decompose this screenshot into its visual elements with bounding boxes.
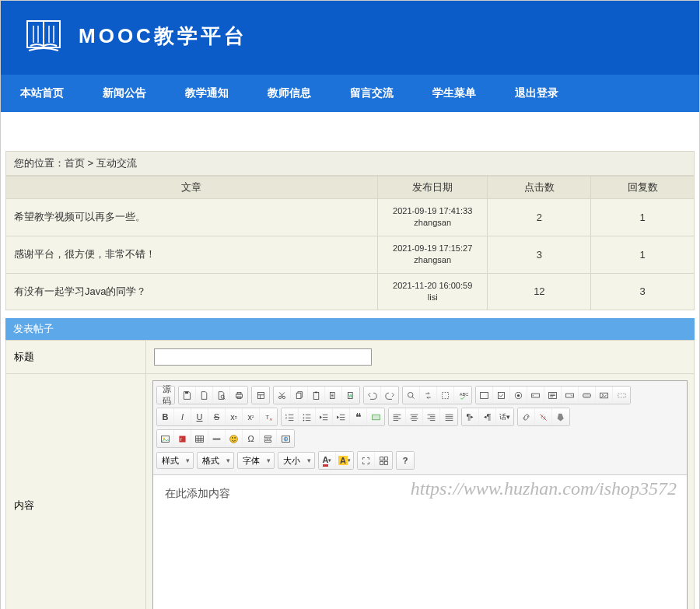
cut-icon[interactable] (274, 387, 291, 404)
svg-text:2: 2 (285, 416, 288, 420)
paste-word-icon[interactable]: W (342, 387, 359, 404)
form-icon[interactable] (476, 387, 493, 404)
smiley-icon[interactable] (226, 430, 243, 447)
subscript-icon[interactable]: x₂ (226, 408, 243, 425)
svg-rect-1 (160, 395, 161, 396)
checkbox-icon[interactable] (493, 387, 510, 404)
svg-text:ABC: ABC (459, 392, 467, 397)
breadcrumb: 您的位置：首页 > 互动交流 (5, 151, 695, 176)
table-row[interactable]: 希望教学视频可以再多一些。 2021-09-19 17:41:33zhangsa… (6, 199, 695, 236)
flash-icon[interactable]: f (174, 430, 191, 447)
italic-icon[interactable]: I (174, 408, 191, 425)
blockquote-icon[interactable]: ❝ (350, 408, 367, 425)
maximize-icon[interactable] (358, 452, 375, 469)
svg-rect-7 (257, 392, 264, 398)
table-row[interactable]: 感谢平台，很方便，非常不错！ 2021-09-19 17:15:27zhangs… (6, 236, 695, 273)
unlink-icon[interactable] (535, 408, 552, 425)
strike-icon[interactable]: S (208, 408, 226, 425)
svg-rect-29 (618, 394, 625, 397)
anchor-icon[interactable] (552, 408, 569, 425)
font-select[interactable]: 字体 (237, 452, 275, 469)
image-button-icon[interactable] (596, 387, 613, 404)
outdent-icon[interactable] (316, 408, 333, 425)
language-icon[interactable]: 话▾ (496, 408, 513, 425)
nav-teacher[interactable]: 教师信息 (248, 75, 331, 112)
hr-icon[interactable] (208, 430, 226, 447)
ltr-icon[interactable]: ¶▸ (462, 408, 479, 425)
source-button[interactable]: 源码 (157, 387, 174, 404)
nav-logout[interactable]: 退出登录 (495, 75, 578, 112)
svg-rect-25 (566, 394, 574, 397)
about-icon[interactable]: ? (397, 452, 414, 469)
editor-content[interactable]: 在此添加内容 (153, 475, 687, 609)
nav-news[interactable]: 新闻公告 (83, 75, 166, 112)
bullet-list-icon[interactable] (299, 408, 316, 425)
save-icon[interactable] (179, 387, 196, 404)
new-page-icon[interactable] (196, 387, 213, 404)
post-clicks: 12 (488, 273, 591, 310)
nav-notice[interactable]: 教学通知 (166, 75, 248, 112)
copy-icon[interactable] (291, 387, 308, 404)
undo-icon[interactable] (364, 387, 381, 404)
svg-rect-10 (296, 393, 301, 398)
paste-text-icon[interactable] (325, 387, 342, 404)
align-left-icon[interactable] (389, 408, 406, 425)
align-justify-icon[interactable] (440, 408, 457, 425)
post-title: 希望教学视频可以再多一些。 (6, 199, 378, 236)
align-right-icon[interactable] (423, 408, 440, 425)
post-clicks: 2 (488, 199, 591, 236)
table-icon[interactable] (191, 430, 208, 447)
print-icon[interactable] (230, 387, 247, 404)
button-icon[interactable] (579, 387, 596, 404)
title-input[interactable] (154, 348, 372, 366)
indent-icon[interactable] (333, 408, 350, 425)
hidden-field-icon[interactable] (613, 387, 630, 404)
svg-point-35 (303, 420, 305, 422)
size-select[interactable]: 大小 (278, 452, 315, 469)
book-logo-icon (24, 16, 63, 55)
post-replies: 3 (591, 273, 695, 310)
col-date: 发布日期 (377, 177, 488, 199)
underline-icon[interactable]: U (191, 408, 208, 425)
table-row[interactable]: 有没有一起学习Java的同学？ 2021-11-20 16:00:59lisi … (6, 273, 695, 310)
svg-rect-36 (372, 415, 380, 420)
find-icon[interactable] (403, 387, 420, 404)
nav-student[interactable]: 学生菜单 (413, 75, 495, 112)
align-center-icon[interactable] (406, 408, 423, 425)
superscript-icon[interactable]: x² (243, 408, 260, 425)
paste-icon[interactable] (308, 387, 325, 404)
spellcheck-icon[interactable]: ABC (454, 387, 471, 404)
posts-table: 文章 发布日期 点击数 回复数 希望教学视频可以再多一些。 2021-09-19… (5, 176, 695, 310)
textarea-icon[interactable] (544, 387, 562, 404)
radio-icon[interactable] (510, 387, 527, 404)
svg-rect-11 (313, 392, 319, 399)
format-select[interactable]: 格式 (197, 452, 234, 469)
show-blocks-icon[interactable] (375, 452, 392, 469)
replace-icon[interactable] (420, 387, 437, 404)
link-icon[interactable] (518, 408, 535, 425)
rtl-icon[interactable]: ◂¶ (479, 408, 496, 425)
preview-icon[interactable] (213, 387, 230, 404)
styles-select[interactable]: 样式 (156, 452, 194, 469)
svg-rect-20 (498, 392, 504, 398)
svg-text:W: W (348, 394, 353, 398)
textfield-icon[interactable] (527, 387, 544, 404)
numbered-list-icon[interactable]: 12 (282, 408, 299, 425)
redo-icon[interactable] (381, 387, 398, 404)
editor-toolbar: 源码 (153, 381, 687, 475)
nav-home[interactable]: 本站首页 (1, 75, 83, 112)
image-icon[interactable] (157, 430, 174, 447)
bold-icon[interactable]: B (157, 408, 174, 425)
remove-format-icon[interactable]: T (260, 408, 277, 425)
iframe-icon[interactable] (277, 430, 294, 447)
pagebreak-icon[interactable] (260, 430, 277, 447)
special-char-icon[interactable]: Ω (243, 430, 260, 447)
div-icon[interactable] (367, 408, 384, 425)
post-replies: 1 (591, 236, 695, 273)
select-all-icon[interactable] (437, 387, 454, 404)
bg-color-icon[interactable]: A▾ (336, 452, 353, 469)
nav-message[interactable]: 留言交流 (331, 75, 413, 112)
select-field-icon[interactable] (562, 387, 579, 404)
text-color-icon[interactable]: A▾ (319, 452, 336, 469)
templates-icon[interactable] (252, 387, 269, 404)
